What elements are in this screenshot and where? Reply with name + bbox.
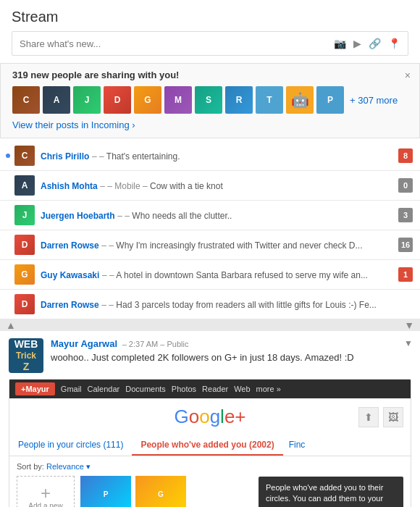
avatar[interactable]: P [316,86,344,114]
post-header: WEB Trick Z Mayur Agarwal – 2:37 AM – Pu… [9,338,411,373]
documents-nav[interactable]: Documents [125,385,166,393]
avatar[interactable]: R [225,86,253,114]
person-card[interactable]: G Gil Klein [135,476,186,507]
post-logo: WEB Trick Z [9,338,43,373]
web-nav[interactable]: Web [234,385,250,393]
photo-upload-icon[interactable]: ⬆ [358,407,379,427]
stream-badge: 1 [398,267,413,282]
gplus-logo-area: Google+ ⬆ 🖼 [9,398,411,435]
stream-item[interactable]: C Chris Pirillo – – That's entertaining.… [0,141,420,171]
stream-meta: – – [117,211,132,221]
view-posts-link[interactable]: View their posts in Incoming › [12,120,408,130]
calendar-nav[interactable]: Calendar [88,385,120,393]
person-avatar: G [135,476,186,507]
stream-badge: 8 [398,148,413,163]
stream-badge: 16 [398,238,413,252]
stream-author: Darren Rowse [41,240,99,251]
stream-author: Guy Kawasaki [41,270,99,280]
stream-text: That's entertaining. [106,151,180,162]
photo-view-icon[interactable]: 🖼 [383,407,403,427]
page-title: Stream [0,0,420,31]
stream-item[interactable]: G Guy Kawasaki – – A hotel in downtown S… [0,260,420,290]
scroll-down-icon[interactable]: ▼ [404,319,414,331]
avatars-row: C A J D G M S R T 🤖 P + 307 more [12,86,408,114]
stream-author: Ashish Mohta [41,181,98,191]
stream-meta: – – Mobile – [100,181,150,191]
stream-text: Had 3 parcels today from readers all wit… [116,300,376,310]
post-card: ▼ WEB Trick Z Mayur Agarwal – 2:37 AM – … [0,331,420,507]
photos-nav[interactable]: Photos [172,385,196,393]
gmail-nav[interactable]: Gmail [61,385,82,393]
avatar[interactable]: C [12,86,40,114]
stream-item[interactable]: D Darren Rowse – – Why I'm increasingly … [0,230,420,260]
camera-icon[interactable]: 📷 [334,38,346,49]
stream-item[interactable]: A Ashish Mohta – – Mobile – Cow with a t… [0,171,420,201]
gplus-logo: Google+ [174,406,245,427]
person-card[interactable]: P Pratyush Mittal [80,476,131,507]
post-meta: Mayur Agarwal – 2:37 AM – Public woohoo.… [51,338,411,370]
avatar: A [14,175,35,196]
avatar: G [14,264,35,285]
stream-meta: – – [101,300,116,310]
logo-line1: WEB [14,338,38,351]
share-input[interactable] [20,38,334,49]
stream-text: Cow with a tie knot [150,181,223,191]
tab-find[interactable]: Finc [283,435,311,456]
gplus-profile-button[interactable]: +Mayur [15,382,55,395]
avatar[interactable]: S [195,86,222,114]
post-text: woohoo.. Just completed 2K followers on … [51,352,411,363]
location-icon[interactable]: 📍 [388,38,400,49]
stream-text: A hotel in downtown Santa Barbara refuse… [116,270,368,280]
stream-meta: – – [92,151,106,162]
new-people-banner: × 319 new people are sharing with you! C… [0,63,420,138]
embedded-screenshot: +Mayur Gmail Calendar Documents Photos R… [9,379,411,507]
avatar: C [14,146,35,166]
stream-list: C Chris Pirillo – – That's entertaining.… [0,141,420,319]
separator: ▲ ▼ [0,319,420,331]
avatar[interactable]: A [43,86,70,114]
stream-meta: – – [102,270,116,280]
person-avatar: P [80,476,131,507]
more-nav[interactable]: more » [256,385,281,393]
avatar: D [14,235,35,255]
stream-author: Darren Rowse [41,300,99,310]
link-icon[interactable]: 🔗 [369,38,381,49]
scroll-up-icon[interactable]: ▲ [6,319,16,331]
gplus-toolbar: +Mayur Gmail Calendar Documents Photos R… [9,380,411,398]
stream-text: Why I'm increasingly frustrated with Twi… [116,240,362,251]
avatar[interactable]: 🤖 [286,86,314,114]
tab-added-you[interactable]: People who've added you (2002) [132,435,282,456]
avatar[interactable]: J [73,86,101,114]
avatar[interactable]: T [256,86,283,114]
stream-badge: 3 [398,208,413,222]
avatar[interactable]: M [164,86,192,114]
video-icon[interactable]: ▶ [353,38,361,49]
add-person-card[interactable]: + Add a new person [17,476,75,507]
chevron-down-icon[interactable]: ▼ [404,338,413,348]
stream-text: Who needs all the clutter.. [132,211,232,221]
sort-dropdown[interactable]: Relevance ▾ [46,462,91,471]
avatar[interactable]: D [104,86,131,114]
post-time: – 2:37 AM – Public [120,340,189,348]
stream-author: Juergen Hoebarth [41,211,115,221]
avatar: D [14,294,35,314]
stream-author: Chris Pirillo [41,151,89,162]
share-icons: 📷 ▶ 🔗 📍 [334,38,400,49]
stream-item[interactable]: D Darren Rowse – – Had 3 parcels today f… [0,290,420,319]
gplus-content: Sort by: Relevance ▾ People who've added… [9,456,411,507]
unread-indicator [6,154,10,158]
stream-item[interactable]: J Juergen Hoebarth – – Who needs all the… [0,201,420,230]
post-author[interactable]: Mayur Agarwal [51,338,117,349]
avatar[interactable]: G [134,86,161,114]
logo-line3: Z [14,361,38,373]
tab-circles[interactable]: People in your circles (111) [9,435,132,456]
close-button[interactable]: × [405,70,411,81]
gplus-photo-icons: ⬆ 🖼 [358,407,403,427]
reader-nav[interactable]: Reader [202,385,228,393]
add-person-label: Add a new person [17,502,74,507]
logo-line2: Trick [14,351,38,361]
stream-badge: 0 [398,178,413,193]
sort-row: Sort by: Relevance ▾ [17,462,403,472]
new-people-title: 319 new people are sharing with you! [12,70,408,80]
more-count[interactable]: + 307 more [350,95,398,106]
